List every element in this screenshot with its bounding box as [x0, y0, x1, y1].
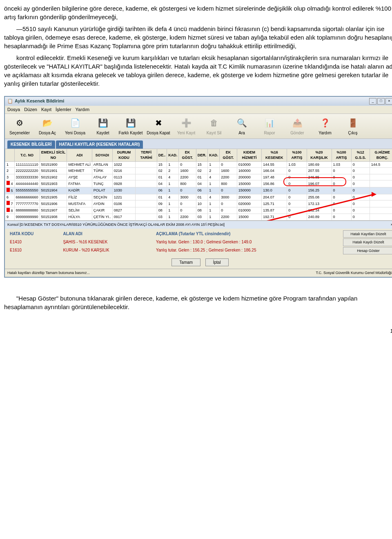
cell: 02	[157, 168, 167, 174]
menu-dosya[interactable]: Dosya	[7, 107, 20, 113]
cell: 0	[332, 200, 351, 207]
column-header[interactable]	[5, 149, 15, 161]
doc-paragraph-1c: kontrol edilecektir. Emekli Keseneği ve …	[4, 53, 392, 88]
cell	[136, 174, 157, 180]
column-header[interactable]: EK GÖST.	[220, 149, 237, 161]
side-button-hatalı-kaydı-düzelt[interactable]: Hatalı Kaydı Düzelt	[343, 238, 392, 246]
cell: TÜRK	[92, 168, 112, 174]
tab-1[interactable]: HATALI KAYITLAR (KESENEK HATALARI)	[56, 140, 143, 149]
tool-yardım[interactable]: ❓Yardım	[313, 116, 337, 136]
menu-düzen[interactable]: Düzen	[24, 107, 37, 113]
cell	[370, 174, 392, 180]
cell: 0	[332, 168, 351, 174]
cell: 66666666660	[14, 194, 40, 200]
seçenekler-icon: ⚙	[13, 116, 26, 129]
tool-label: Dosya Aç	[39, 130, 56, 136]
error-flag-icon	[7, 201, 10, 205]
column-header[interactable]: %12 G.S.S.	[351, 149, 370, 161]
column-header[interactable]: KAD.	[167, 149, 179, 161]
console-path: Konsol [D:\KESENEK TXT DOSYALARI\5510 YÜ…	[7, 222, 225, 227]
cell	[370, 168, 392, 174]
cell: 0	[351, 180, 370, 187]
tool-farklı-kaydet[interactable]: 💾Farklı Kaydet	[118, 116, 143, 136]
cell: 1022	[112, 161, 136, 168]
side-button-hesap-göster[interactable]: Hesap Göster	[343, 247, 392, 255]
tool-dosya-aç[interactable]: 📂Dosya Aç	[35, 116, 60, 136]
column-header[interactable]: DURUM KODU	[112, 149, 136, 161]
yardım-icon: ❓	[318, 116, 332, 129]
minimize-button[interactable]: _	[369, 98, 376, 105]
column-header[interactable]: %16 KESENEK	[262, 149, 287, 161]
status-text-right: T.C. Sosyal Güvenlik Kurumu Genel Müdürl…	[316, 270, 392, 276]
dosya kapat-icon: ✖	[152, 116, 165, 129]
column-header[interactable]: KIDEM HİZMETİ	[237, 149, 262, 161]
tool-label: Kayıt Sil	[207, 130, 222, 136]
table-row[interactable]: 88888888888050151907SELİMÇAKIR0827081008…	[5, 207, 392, 214]
column-header[interactable]: DE..	[157, 149, 167, 161]
cell	[136, 194, 157, 200]
cell	[136, 207, 157, 214]
status-text-left: Hatalı kayıtları düzeltip Tamam butonuna…	[7, 270, 90, 276]
column-header[interactable]: %20 KARŞILIK	[307, 149, 332, 161]
cell: 2200	[179, 214, 196, 220]
cell: 130.0	[262, 187, 287, 194]
table-row[interactable]: 99999999999050151908HÜLYAÇETİN YI..09170…	[5, 214, 392, 220]
cell: 156.25	[307, 187, 332, 194]
cell: FATMA	[67, 180, 92, 187]
column-header[interactable]: KAD.	[208, 149, 220, 161]
tool-çıkış[interactable]: 🚪Çıkış	[341, 116, 365, 136]
cell: 88888888880	[14, 207, 40, 214]
column-header[interactable]: T.C. NO	[14, 149, 40, 161]
tool-seçenekler[interactable]: ⚙Seçenekler	[7, 116, 32, 136]
table-row[interactable]: 11111111111050151900MEHMET ALİARSLAN1022…	[5, 161, 392, 168]
tool-dosya-kapat[interactable]: ✖Dosya Kapat	[146, 116, 171, 136]
column-header[interactable]: EK GÖST.	[179, 149, 196, 161]
cell: 0	[332, 187, 351, 194]
doc-paragraph-2: "Hesap Göster" butonuna tıklanarak giril…	[4, 294, 392, 311]
tool-ara[interactable]: 🔍Ara	[229, 116, 254, 136]
tab-0[interactable]: KESENEK BİLGİLERİ	[7, 140, 55, 149]
error-header: AÇIKLAMA (Tutarlar YTL cinsindendir)	[153, 230, 341, 238]
data-grid: T.C. NOEMEKLİ SİCİL NOADISOYADIDURUM KOD…	[5, 149, 392, 220]
ok-button[interactable]: Tamam	[172, 258, 200, 266]
menu-kayıt[interactable]: Kayıt	[41, 107, 51, 113]
table-row[interactable]: 33333333333050151902AYŞEATALAY0113014220…	[5, 174, 392, 180]
cell: 1	[167, 200, 179, 207]
çıkış-icon: 🚪	[346, 116, 359, 129]
table-row[interactable]: 22222222222050151901MEHMETTÜRK0216022160…	[5, 168, 392, 174]
tool-yeni-dosya[interactable]: 📄Yeni Dosya	[63, 116, 87, 136]
column-header[interactable]: EMEKLİ SİCİL NO	[40, 149, 67, 161]
cell: 150000	[237, 187, 262, 194]
error-row[interactable]: E1610KURUM - %20 KARŞILIKYanlış tutar. G…	[7, 246, 341, 254]
cell: 1	[208, 180, 220, 187]
column-header[interactable]: SOYADI	[92, 149, 112, 161]
table-row[interactable]: 55555555555050151904KADİRPOLAT1030061006…	[5, 187, 392, 194]
table-row[interactable]: 77777777777050151906MUSTAFAAYDIN01060910…	[5, 200, 392, 207]
cancel-button[interactable]: İptal	[205, 258, 229, 266]
cell	[136, 180, 157, 187]
cell: 1221	[112, 194, 136, 200]
cell: 020000	[237, 200, 262, 207]
column-header[interactable]: TERFİ TARİHİ	[136, 149, 157, 161]
tool-label: Rapor	[264, 130, 275, 136]
cell: HÜLYA	[67, 214, 92, 220]
tool-kaydet[interactable]: 💾Kaydet	[91, 116, 115, 136]
column-header[interactable]: G.HİZME BORÇ.	[370, 149, 392, 161]
column-header[interactable]: DER.	[196, 149, 208, 161]
maximize-button[interactable]: □	[377, 98, 385, 105]
table-row[interactable]: 66666666666050151905FİLİZSEÇKİN122101430…	[5, 194, 392, 200]
cell: 4	[208, 194, 220, 200]
column-header[interactable]: ADI	[67, 149, 92, 161]
close-button[interactable]: ×	[385, 98, 392, 105]
menu-i̇şlemler[interactable]: İşlemler	[56, 107, 71, 113]
cell	[136, 214, 157, 220]
error-row[interactable]: E1410ŞAHIS - %16 KESENEKYanlış tutar. Ge…	[7, 238, 341, 246]
cell: 246.85	[307, 174, 332, 180]
column-header[interactable]: %100 ARTIŞ	[332, 149, 351, 161]
table-row[interactable]: 44444444444050151903FATMATUNÇ09280418000…	[5, 180, 392, 187]
column-header[interactable]: %100 ARTIŞ	[287, 149, 307, 161]
side-button-hatalı-kayıtları-düzelt[interactable]: Hatalı Kayıtları Düzelt	[343, 230, 392, 238]
menu-yardım[interactable]: Yardım	[76, 107, 90, 113]
cell: 50151906	[40, 200, 67, 207]
dialog-buttons: Tamam İptal	[5, 256, 392, 269]
